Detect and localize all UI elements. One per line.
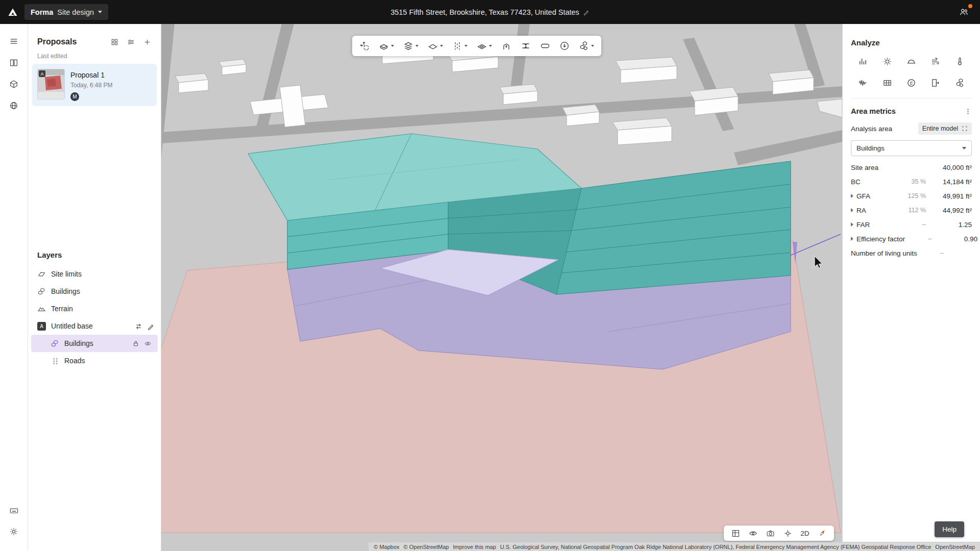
microclimate-cubes-icon	[955, 78, 965, 88]
layer-row-untitled-base[interactable]: A Untitled base	[28, 317, 161, 335]
components-tool-button[interactable]	[575, 38, 598, 54]
surfaces-tool-button[interactable]	[424, 38, 447, 54]
osm-attribution[interactable]: © OpenStreetMap	[404, 544, 449, 550]
filter-button[interactable]	[124, 35, 137, 48]
compass-button[interactable]	[815, 527, 830, 540]
noise-analysis-button[interactable]	[856, 77, 870, 89]
microclimate-analysis-button[interactable]	[953, 77, 966, 89]
analysis-area-value: Entire model	[922, 125, 958, 132]
import-tool-button[interactable]	[555, 38, 574, 54]
expand-chevron-icon[interactable]	[851, 194, 853, 198]
roads-icon	[52, 357, 59, 365]
metrics-category-dropdown[interactable]: Buildings	[851, 140, 972, 156]
layer-row-site-limits[interactable]: Site limits	[28, 265, 161, 283]
proposals-title: Proposals	[37, 37, 105, 46]
floors-tool-button[interactable]	[399, 38, 423, 54]
visibility-eye-icon[interactable]	[144, 340, 152, 347]
view-toggle-button[interactable]	[108, 35, 121, 48]
proposal-card[interactable]: A Proposal 1 Today, 6:48 PM M	[32, 64, 157, 106]
layer-row-roads[interactable]: Roads	[28, 352, 161, 369]
collaboration-button[interactable]	[954, 3, 973, 21]
metric-row-ra[interactable]: RA 112 % 44,992 ft²	[851, 203, 972, 217]
expand-chevron-icon[interactable]	[851, 237, 853, 241]
solar-energy-analysis-button[interactable]	[880, 77, 894, 89]
avatar: M	[70, 92, 79, 101]
proposal-thumbnail: A	[37, 69, 65, 99]
visibility-button[interactable]	[745, 527, 761, 540]
buildings-tool-button[interactable]	[375, 38, 398, 54]
wind-analysis-button[interactable]	[929, 55, 942, 67]
proposals-panel: Proposals Last edited A	[28, 24, 161, 551]
statistics-analysis-button[interactable]	[856, 55, 870, 67]
sun-hours-analysis-button[interactable]	[880, 55, 894, 67]
thermal-comfort-analysis-button[interactable]	[953, 55, 966, 67]
embodied-carbon-analysis-button[interactable]: E	[904, 77, 918, 89]
improve-map-link[interactable]: Improve this map	[453, 544, 496, 550]
select-tool-button[interactable]	[355, 38, 374, 54]
plus-icon	[143, 38, 151, 46]
topbar: Forma Site design 3515 Fifth Street, Bro…	[0, 0, 980, 24]
area-metrics-title: Area metrics	[851, 107, 896, 115]
view-toolbar: 2D	[724, 525, 834, 541]
metric-row-efficiency-factor[interactable]: Efficiency factor – 0.90	[851, 232, 972, 246]
analyze-title: Analyze	[851, 24, 972, 55]
forma-app: Forma Site design 3515 Fifth Street, Bro…	[0, 0, 980, 551]
extrude-tool-button[interactable]	[497, 38, 516, 54]
mapbox-attribution[interactable]: © Mapbox	[374, 544, 399, 550]
library-button[interactable]	[5, 54, 23, 72]
edit-base-icon[interactable]	[147, 322, 155, 330]
2d-toggle-button[interactable]: 2D	[797, 527, 813, 540]
metric-row-site-area: Site area 40,000 ft²	[851, 160, 972, 174]
main-toolbar	[352, 36, 601, 56]
layer-row-buildings[interactable]: Buildings	[28, 283, 161, 300]
viewport-3d[interactable]	[161, 24, 842, 551]
keyboard-shortcuts-button[interactable]	[5, 501, 23, 519]
layer-row-terrain[interactable]: Terrain	[28, 300, 161, 317]
focus-button[interactable]	[780, 527, 795, 540]
analyze-tools-grid: E	[851, 55, 972, 98]
scenes-grid-button[interactable]	[728, 527, 743, 540]
assets-button[interactable]	[5, 75, 23, 93]
lock-icon[interactable]	[132, 340, 139, 347]
analysis-area-selector[interactable]: Entire model	[918, 122, 972, 135]
bar-chart-icon	[858, 57, 868, 66]
chevron-down-icon	[489, 45, 492, 47]
solar-panel-icon	[883, 78, 892, 88]
daylight-analysis-button[interactable]	[904, 55, 918, 67]
metric-row-gfa[interactable]: GFA 125 % 49,991 ft²	[851, 189, 972, 203]
screenshot-button[interactable]	[763, 527, 778, 540]
area-metrics-menu-button[interactable]	[964, 108, 972, 115]
add-proposal-button[interactable]	[140, 35, 154, 48]
swap-base-icon[interactable]	[135, 322, 142, 330]
select-tool-icon	[359, 41, 370, 51]
expand-chevron-icon[interactable]	[851, 208, 853, 212]
forma-logo-icon[interactable]	[7, 7, 18, 18]
metric-row-bc: BC 35 % 14,184 ft²	[851, 174, 972, 189]
settings-button[interactable]	[5, 522, 23, 541]
help-button[interactable]: Help	[935, 521, 964, 537]
layer-label: Terrain	[51, 305, 73, 313]
expand-chevron-icon[interactable]	[851, 222, 853, 227]
compass-needle-icon	[818, 529, 827, 538]
zones-tool-button[interactable]	[473, 38, 496, 54]
layer-label: Buildings	[64, 339, 93, 347]
geolocation-button[interactable]	[5, 96, 23, 115]
layer-row-buildings-selected[interactable]: Buildings	[31, 335, 158, 352]
annotation-tool-button[interactable]	[536, 38, 554, 54]
levels-tool-button[interactable]	[517, 38, 535, 54]
eye-icon	[749, 529, 757, 538]
osm-tail-link[interactable]: OpenStreetMap	[935, 544, 975, 550]
metric-row-far[interactable]: FAR – 1.25	[851, 217, 972, 232]
label-annotation-icon	[540, 41, 550, 51]
layer-label: Site limits	[51, 270, 82, 278]
workspace-switcher[interactable]: Forma Site design	[24, 4, 108, 20]
building-performance-button[interactable]	[929, 77, 942, 89]
filter-sliders-icon	[127, 38, 135, 46]
focus-crosshair-icon	[783, 529, 792, 538]
base-letter-badge: A	[37, 322, 46, 331]
layers-section: Layers Site limits Buildings Terrain A U…	[28, 246, 161, 369]
roads-tool-button[interactable]	[448, 38, 472, 54]
thermometer-icon	[955, 57, 965, 66]
project-address[interactable]: 3515 Fifth Street, Brookshire, Texas 774…	[390, 8, 590, 16]
menu-button[interactable]	[5, 32, 23, 51]
